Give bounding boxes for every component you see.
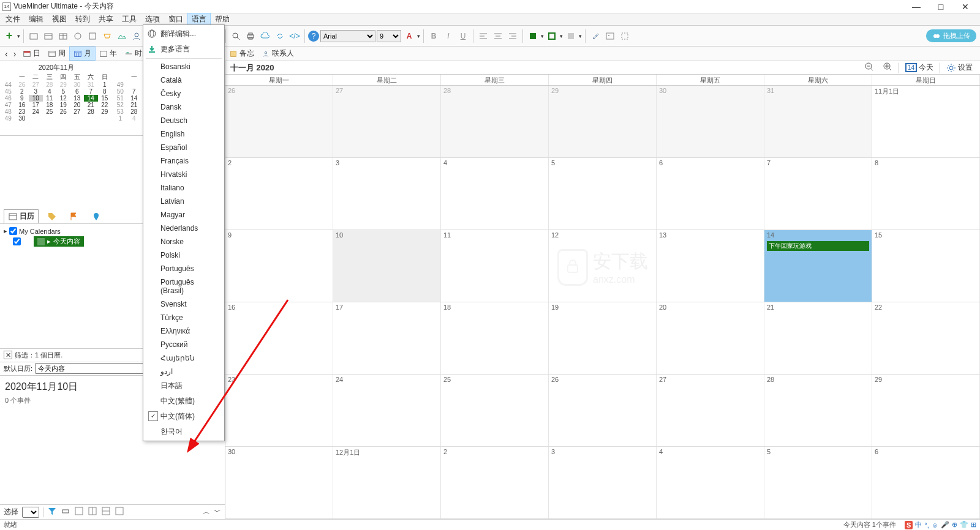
zoom-out-icon[interactable]	[862, 61, 876, 74]
day-cell[interactable]: 30	[225, 447, 333, 518]
day-cell[interactable]: 4	[657, 447, 764, 518]
tool-icon[interactable]	[56, 29, 70, 43]
day-cell[interactable]: 15	[872, 230, 980, 302]
day-cell[interactable]: 6	[872, 447, 980, 518]
day-cell[interactable]: 12月1日	[333, 447, 441, 518]
maximize-button[interactable]: □	[929, 2, 953, 12]
tab-calendar[interactable]: 日历	[4, 209, 39, 223]
lang-option[interactable]: Hrvatski	[143, 168, 224, 181]
day-cell[interactable]: 3	[333, 158, 441, 230]
day-cell[interactable]: 20	[657, 302, 764, 374]
day-cell[interactable]: 2	[441, 447, 549, 518]
month-grid[interactable]: 26272829303111月1日234567891011121314下午回家玩…	[225, 86, 980, 519]
lang-option[interactable]: 日本語	[143, 378, 224, 394]
lang-option[interactable]: Latvian	[143, 195, 224, 208]
upload-button[interactable]: 拖拽上传	[926, 29, 976, 42]
day-cell[interactable]: 16	[225, 302, 333, 374]
day-cell[interactable]: 26	[549, 375, 657, 446]
view-day[interactable]: 日	[19, 47, 44, 60]
day-cell[interactable]: 29	[872, 375, 980, 446]
mini-calendar-current[interactable]: 2020年11月一二三四五六日4426272829303114523456784…	[1, 62, 111, 134]
tab-location-icon[interactable]	[88, 211, 105, 223]
day-cell[interactable]: 27	[657, 375, 764, 446]
lang-option[interactable]: Česky	[143, 87, 224, 100]
lang-more[interactable]: 更多语言	[143, 42, 224, 57]
tray-icon[interactable]: 🎤	[941, 521, 949, 529]
align-right-icon[interactable]	[506, 29, 519, 43]
nav-prev[interactable]: ‹	[2, 49, 10, 59]
lang-option[interactable]: Português (Brasil)	[143, 275, 224, 297]
lang-option[interactable]: Bosanski	[143, 60, 224, 73]
image-icon[interactable]	[603, 29, 617, 43]
lang-option[interactable]: Português	[143, 262, 224, 275]
day-cell[interactable]: 19	[549, 302, 657, 374]
lang-option[interactable]: Svenskt	[143, 297, 224, 311]
view-note[interactable]: 备忘	[225, 47, 258, 60]
tray-icon[interactable]: ☺	[932, 521, 938, 529]
tool-icon[interactable]	[130, 29, 143, 43]
minimize-button[interactable]: —	[904, 2, 929, 12]
day-cell[interactable]: 7	[764, 158, 872, 230]
lang-option[interactable]: Italiano	[143, 181, 224, 195]
menu-文件[interactable]: 文件	[1, 13, 24, 26]
font-size-select[interactable]: 9	[377, 30, 401, 42]
tab-flag-icon[interactable]	[66, 211, 83, 223]
print-icon[interactable]	[61, 506, 70, 518]
lang-option[interactable]: Dansk	[143, 100, 224, 114]
print-icon[interactable]	[244, 29, 257, 43]
day-cell[interactable]: 21	[764, 302, 872, 374]
lang-option[interactable]: Català	[143, 73, 224, 87]
day-cell[interactable]: 3	[549, 447, 657, 518]
view-year[interactable]: 年	[96, 47, 121, 60]
lang-option[interactable]: 한국어	[143, 424, 224, 439]
lang-option[interactable]: English	[143, 127, 224, 141]
zoom-in-icon[interactable]	[880, 61, 895, 74]
day-cell[interactable]: 6	[657, 158, 764, 230]
lang-option[interactable]: Magyar	[143, 208, 224, 222]
day-cell[interactable]: 25	[441, 375, 549, 446]
day-cell[interactable]: 5	[764, 447, 872, 518]
view-contact[interactable]: 联系人	[258, 47, 298, 60]
event-bar[interactable]: 下午回家玩游戏	[767, 241, 869, 251]
tool-icon[interactable]	[100, 29, 114, 43]
day-cell[interactable]: 27	[333, 86, 441, 157]
collapse-down-icon[interactable]: ﹀	[214, 507, 221, 517]
day-cell[interactable]: 10	[333, 230, 441, 302]
tool-icon[interactable]	[27, 29, 40, 43]
cloud-icon[interactable]	[258, 29, 272, 43]
tool-icon[interactable]	[115, 29, 129, 43]
menu-帮助[interactable]: 帮助	[211, 13, 234, 26]
day-cell[interactable]: 29	[549, 86, 657, 157]
day-cell[interactable]: 26	[225, 86, 333, 157]
select-dropdown[interactable]	[22, 507, 39, 518]
help-icon[interactable]: ?	[308, 31, 319, 42]
bold-icon[interactable]: B	[427, 29, 440, 43]
day-cell[interactable]: 30	[657, 86, 764, 157]
font-color-icon[interactable]: A	[402, 29, 416, 43]
menu-视图[interactable]: 视图	[48, 13, 71, 26]
lang-option[interactable]: Polski	[143, 248, 224, 262]
underline-icon[interactable]: U	[456, 29, 470, 43]
day-cell[interactable]: 4	[441, 158, 549, 230]
collapse-up-icon[interactable]: ︿	[203, 507, 210, 517]
menu-共享[interactable]: 共享	[94, 13, 118, 26]
italic-icon[interactable]: I	[442, 29, 455, 43]
day-cell[interactable]: 18	[441, 302, 549, 374]
lang-edit[interactable]: 翻译编辑...	[143, 26, 224, 42]
lang-option[interactable]: Հայերեն	[143, 351, 224, 365]
view-month[interactable]: 月	[69, 47, 96, 61]
layout-icon[interactable]	[88, 506, 97, 518]
menu-选项[interactable]: 选项	[141, 13, 164, 26]
day-cell[interactable]: 2	[225, 158, 333, 230]
tree-root-check[interactable]	[9, 227, 17, 235]
settings-button[interactable]: 设置	[944, 62, 975, 73]
sync-icon[interactable]	[273, 29, 287, 43]
tray-icon[interactable]: °,	[924, 521, 929, 529]
lang-option[interactable]: Ελληνικά	[143, 324, 224, 338]
day-cell[interactable]: 31	[764, 86, 872, 157]
lang-option[interactable]: Nederlands	[143, 222, 224, 235]
tool-icon[interactable]	[86, 29, 99, 43]
layout-icon[interactable]	[115, 506, 124, 518]
tray-icon[interactable]: ⊞	[971, 521, 976, 529]
code-icon[interactable]: </>	[288, 29, 301, 43]
